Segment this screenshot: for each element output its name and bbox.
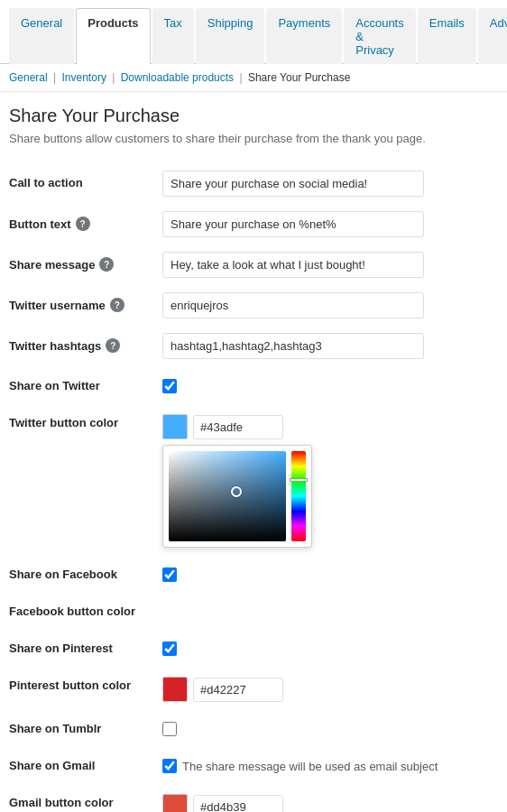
breadcrumb-current: Share Your Purchase bbox=[248, 71, 350, 84]
cell-share-on-tumblr bbox=[162, 709, 498, 746]
cell-call-to-action bbox=[162, 163, 498, 204]
cell-facebook-button-color bbox=[162, 592, 498, 629]
row-pinterest-button-color: Pinterest button color bbox=[9, 666, 498, 709]
row-twitter-button-color: Twitter button color bbox=[9, 403, 498, 555]
cell-twitter-hashtags bbox=[162, 326, 498, 366]
checkbox-share-facebook[interactable] bbox=[162, 567, 177, 582]
cell-share-on-gmail: The share message will be used as email … bbox=[162, 746, 498, 783]
breadcrumb-general[interactable]: General bbox=[9, 71, 48, 84]
pinterest-color-swatch[interactable] bbox=[162, 677, 188, 702]
help-icon-twitter-username[interactable]: ? bbox=[110, 298, 124, 312]
help-icon-button-text[interactable]: ? bbox=[76, 217, 90, 231]
main-content: Share Your Purchase Share buttons allow … bbox=[0, 92, 507, 812]
label-share-on-twitter: Share on Twitter bbox=[9, 366, 162, 403]
label-share-message: Share message ? bbox=[9, 245, 162, 285]
page-description: Share buttons allow customers to share t… bbox=[9, 132, 498, 145]
row-gmail-button-color: Gmail button color bbox=[9, 783, 498, 812]
checkbox-share-pinterest[interactable] bbox=[162, 641, 177, 656]
row-twitter-hashtags: Twitter hashtags ? bbox=[9, 326, 498, 366]
cell-share-on-twitter bbox=[162, 366, 498, 403]
tab-accounts-privacy[interactable]: Accounts & Privacy bbox=[344, 8, 415, 64]
row-twitter-username: Twitter username ? bbox=[9, 285, 498, 326]
tab-shipping[interactable]: Shipping bbox=[196, 8, 265, 64]
label-share-on-facebook: Share on Facebook bbox=[9, 555, 162, 592]
label-gmail-button-color: Gmail button color bbox=[9, 783, 162, 812]
label-pinterest-button-color: Pinterest button color bbox=[9, 666, 162, 709]
twitter-color-input[interactable] bbox=[193, 415, 283, 439]
cell-twitter-username bbox=[162, 285, 498, 326]
input-twitter-username[interactable] bbox=[162, 292, 424, 318]
hue-pointer bbox=[290, 478, 308, 482]
color-picker-twitter bbox=[162, 445, 312, 548]
row-share-message: Share message ? bbox=[9, 245, 498, 285]
label-twitter-hashtags: Twitter hashtags ? bbox=[9, 326, 162, 366]
breadcrumb-sep1: | bbox=[53, 71, 56, 84]
input-call-to-action[interactable] bbox=[162, 171, 424, 197]
label-button-text: Button text ? bbox=[9, 204, 162, 245]
tab-advanced[interactable]: Advanced bbox=[478, 8, 507, 64]
cell-twitter-button-color bbox=[162, 403, 498, 555]
settings-form: Call to action Button text ? Share messa… bbox=[9, 163, 498, 812]
gradient-lightness bbox=[169, 451, 286, 541]
input-share-message[interactable] bbox=[162, 252, 424, 278]
label-twitter-button-color: Twitter button color bbox=[9, 403, 162, 555]
breadcrumb-sep3: | bbox=[239, 71, 242, 84]
cell-share-message bbox=[162, 245, 498, 285]
row-share-on-tumblr: Share on Tumblr bbox=[9, 709, 498, 746]
cell-share-on-pinterest bbox=[162, 629, 498, 666]
label-share-on-gmail: Share on Gmail bbox=[9, 746, 162, 783]
tab-general[interactable]: General bbox=[9, 8, 74, 64]
gmail-color-input[interactable] bbox=[193, 795, 283, 813]
checkbox-share-twitter[interactable] bbox=[162, 379, 177, 393]
tab-products[interactable]: Products bbox=[76, 8, 150, 64]
help-icon-share-message[interactable]: ? bbox=[99, 257, 114, 272]
page-title: Share Your Purchase bbox=[9, 106, 498, 126]
label-facebook-button-color: Facebook button color bbox=[9, 592, 162, 629]
label-share-on-tumblr: Share on Tumblr bbox=[9, 709, 162, 746]
row-share-on-twitter: Share on Twitter bbox=[9, 366, 498, 403]
color-picker-gradient[interactable] bbox=[169, 451, 286, 541]
row-call-to-action: Call to action bbox=[9, 163, 498, 204]
row-share-on-pinterest: Share on Pinterest bbox=[9, 629, 498, 666]
label-call-to-action: Call to action bbox=[9, 163, 162, 204]
label-twitter-username: Twitter username ? bbox=[9, 285, 162, 326]
cell-share-on-facebook bbox=[162, 555, 498, 592]
breadcrumb: General | Inventory | Downloadable produ… bbox=[0, 64, 507, 92]
gmail-note: The share message will be used as email … bbox=[182, 760, 438, 773]
breadcrumb-downloadable[interactable]: Downloadable products bbox=[121, 71, 234, 84]
input-twitter-hashtags[interactable] bbox=[162, 333, 424, 359]
picker-circle[interactable] bbox=[231, 486, 242, 497]
tab-tax[interactable]: Tax bbox=[152, 8, 194, 64]
checkbox-share-tumblr[interactable] bbox=[162, 722, 177, 736]
cell-button-text bbox=[162, 204, 498, 245]
tab-emails[interactable]: Emails bbox=[418, 8, 476, 64]
pinterest-color-input[interactable] bbox=[193, 678, 283, 702]
row-share-on-facebook: Share on Facebook bbox=[9, 555, 498, 592]
gmail-color-swatch[interactable] bbox=[162, 794, 188, 812]
breadcrumb-inventory[interactable]: Inventory bbox=[62, 71, 106, 84]
label-share-on-pinterest: Share on Pinterest bbox=[9, 629, 162, 666]
color-picker-hue[interactable] bbox=[291, 451, 306, 541]
settings-tabs: General Products Tax Shipping Payments A… bbox=[0, 0, 507, 64]
twitter-color-swatch[interactable] bbox=[162, 414, 188, 439]
help-icon-twitter-hashtags[interactable]: ? bbox=[106, 338, 120, 353]
row-facebook-button-color: Facebook button color bbox=[9, 592, 498, 629]
cell-gmail-button-color bbox=[162, 783, 498, 812]
row-share-on-gmail: Share on Gmail The share message will be… bbox=[9, 746, 498, 783]
cell-pinterest-button-color bbox=[162, 666, 498, 709]
checkbox-share-gmail[interactable] bbox=[162, 759, 177, 773]
input-button-text[interactable] bbox=[162, 211, 424, 237]
row-button-text: Button text ? bbox=[9, 204, 498, 245]
tab-payments[interactable]: Payments bbox=[266, 8, 342, 64]
breadcrumb-sep2: | bbox=[112, 71, 115, 84]
